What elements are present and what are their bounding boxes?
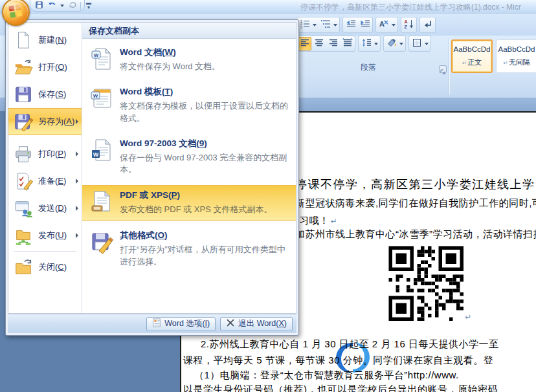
shading-button[interactable]: [385, 37, 398, 50]
submenu-item-pdf-or-xps[interactable]: PDF 或 XPS(P) 发布文档的 PDF 或 XPS 文件格式副本。: [82, 185, 296, 221]
borders-icon: [412, 38, 422, 50]
menu-item-save-as[interactable]: 另存为(A): [8, 108, 82, 135]
align-left-button[interactable]: [298, 37, 311, 50]
increase-indent-button[interactable]: [358, 18, 372, 32]
document-text-line: （1）电脑端：登录“太仓市智慧教育云服务平台”http://www.: [194, 369, 459, 382]
undo-button[interactable]: [47, 1, 58, 10]
word-template-icon: w: [90, 87, 113, 110]
numbered-list-button[interactable]: 123: [298, 18, 311, 32]
customize-qat-dropdown[interactable]: ▬▾: [84, 1, 93, 11]
asian-layout-button[interactable]: A: [377, 18, 390, 32]
menu-item-label: 另存为(A): [38, 116, 74, 127]
submenu-item-text: Word 97-2003 文档(9) 保存一份与 Word 97-2003 完全…: [120, 138, 291, 177]
submenu-item-word-document[interactable]: w Word 文档(W) 将文件保存为 Word 文档。: [82, 43, 296, 77]
svg-text:w: w: [93, 52, 99, 58]
exit-icon: [226, 318, 235, 329]
submenu-item-text: 其他格式(O) 打开“另存为”对话框，从所有可用文件类型中进行选择。: [120, 230, 291, 268]
submenu-arrow-icon: [76, 233, 78, 238]
dropdown-caret-icon[interactable]: [425, 43, 429, 47]
line-spacing-icon: [361, 38, 372, 50]
menu-divider: [14, 251, 76, 252]
paragraph-group-label: 段落: [295, 62, 441, 73]
menu-item-open[interactable]: 打开(O): [8, 54, 82, 81]
submenu-arrow-icon: [76, 151, 78, 157]
submenu-item-text: Word 文档(W) 将文件保存为 Word 文档。: [120, 47, 291, 73]
paragraph-dialog-launcher[interactable]: [439, 65, 447, 73]
style-name: ↵正文: [452, 58, 491, 67]
save-icon: [35, 0, 43, 12]
save-button[interactable]: [34, 1, 45, 10]
save-as-submenu: 保存文档副本 w Word 文档(W) 将文件保存为 Word 文档。 w Wo…: [82, 23, 296, 313]
style-no-spacing[interactable]: AaBbCcDd ↵无间隔: [496, 39, 536, 73]
word-options-icon: [152, 318, 161, 329]
style-normal[interactable]: AaBbCcDd ↵正文: [451, 39, 493, 73]
word-options-button[interactable]: Word 选项(I): [146, 317, 216, 331]
align-center-button[interactable]: [312, 37, 326, 50]
numbered-list-icon: 123: [300, 19, 310, 32]
menu-item-save[interactable]: 保存(S): [8, 81, 82, 108]
new-document-icon: [14, 30, 33, 50]
paragraph-group: 123AAZ 段落: [295, 14, 448, 76]
redo-button[interactable]: [67, 1, 78, 10]
submenu-header: 保存文档副本: [82, 23, 296, 39]
undo-icon: [48, 0, 56, 12]
menu-item-prepare[interactable]: 准备(E): [8, 168, 82, 195]
submenu-item-description: 发布文档的 PDF 或 XPS 文件格式副本。: [120, 204, 291, 216]
menu-item-label: 打印(P): [38, 148, 66, 160]
dropdown-caret-icon[interactable]: [392, 24, 396, 28]
open-folder-icon: [14, 58, 33, 77]
word-97-2003-icon: W: [90, 138, 113, 162]
decrease-indent-button[interactable]: [344, 18, 357, 32]
submenu-item-title: Word 97-2003 文档(9): [120, 138, 291, 149]
menu-item-label: 保存(S): [38, 89, 66, 100]
show-marks-icon: [423, 19, 433, 32]
menu-item-publish[interactable]: 发布(U): [8, 222, 82, 249]
align-right-icon: [328, 38, 339, 50]
distribute-icon: [342, 38, 353, 50]
dropdown-caret-icon[interactable]: [60, 5, 64, 9]
submenu-item-word-template[interactable]: w Word 模板(T) 将文档保存为模板，以便用于设置以后文档的格式。: [82, 82, 296, 129]
menu-item-send[interactable]: 发送(D): [8, 195, 82, 222]
submenu-item-other-formats[interactable]: 其他格式(O) 打开“另存为”对话框，从所有可用文件类型中进行选择。: [82, 226, 296, 272]
office-menu-footer: Word 选项(I) 退出 Word(X): [8, 314, 296, 333]
submenu-item-description: 将文档保存为模板，以便用于设置以后文档的格式。: [120, 100, 291, 125]
quick-access-toolbar: [30, 0, 85, 12]
dropdown-caret-icon[interactable]: [313, 24, 317, 28]
multilevel-list-button[interactable]: [318, 18, 332, 32]
svg-text:W: W: [93, 151, 99, 157]
document-text-line: ↵: [463, 310, 472, 321]
document-text-line: 以是学生身份证号码（推荐)，也可以是学校后台导出的账号，原始密码: [183, 384, 498, 392]
office-button[interactable]: [2, 0, 30, 26]
publish-icon: [14, 226, 33, 245]
dropdown-caret-icon[interactable]: [374, 43, 378, 47]
sort-icon: AZ: [404, 19, 414, 32]
menu-item-new[interactable]: 新建(N): [8, 27, 82, 54]
document-text-line: 课程，平均每天 5 节课，每节课 30 分钟。同学们课在家自主观看。登: [183, 354, 493, 367]
button-cluster: 123: [296, 17, 340, 33]
menu-item-label: 打开(O): [38, 61, 67, 73]
submenu-item-text: Word 模板(T) 将文档保存为模板，以便用于设置以后文档的格式。: [120, 86, 291, 125]
menu-item-close[interactable]: 关闭(C): [8, 254, 82, 281]
sort-button[interactable]: AZ: [402, 18, 416, 32]
submenu-arrow-icon: [76, 206, 78, 211]
show-marks-button[interactable]: [421, 18, 434, 32]
increase-indent-icon: [360, 19, 370, 32]
submenu-item-title: Word 文档(W): [120, 47, 291, 58]
dropdown-caret-icon[interactable]: [399, 43, 403, 47]
document-text-line: 新型冠状病毒来袭,同学们在做好自我防护工作的同时,可以: [295, 197, 536, 210]
line-spacing-button[interactable]: [359, 37, 373, 50]
borders-button[interactable]: [410, 37, 423, 50]
styles-gallery: AaBbCcDd ↵正文 AaBbCcDd ↵无间隔: [451, 39, 536, 73]
button-cluster: A: [375, 17, 398, 33]
word-document-icon: w: [90, 47, 113, 71]
button-cluster: [383, 36, 406, 52]
footer-button-label: 退出 Word(X): [238, 318, 287, 329]
menu-item-print[interactable]: 打印(P): [8, 140, 82, 168]
dropdown-caret-icon[interactable]: [333, 24, 337, 28]
distribute-button[interactable]: [341, 37, 354, 50]
style-sample-text: AaBbCcDd: [497, 45, 536, 53]
svg-text:3: 3: [300, 25, 302, 28]
align-right-button[interactable]: [326, 37, 340, 50]
submenu-item-word-97-2003[interactable]: W Word 97-2003 文档(9) 保存一份与 Word 97-2003 …: [82, 134, 296, 180]
exit-word-button[interactable]: 退出 Word(X): [220, 317, 293, 331]
